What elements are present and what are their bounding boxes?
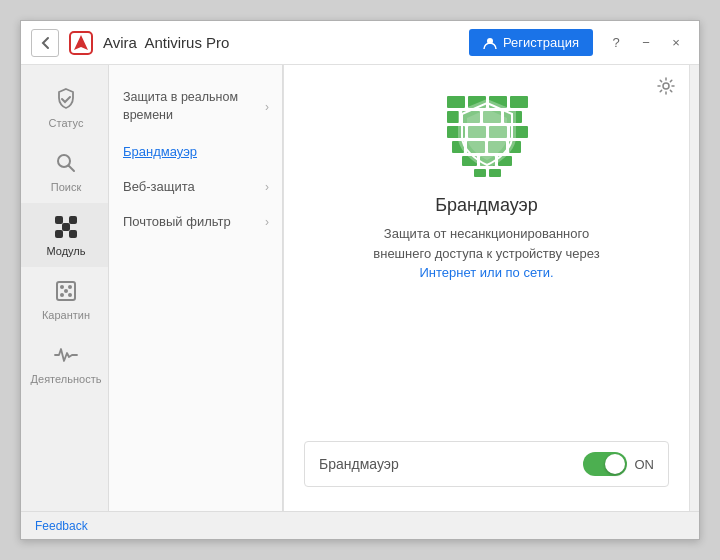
status-icon: [50, 85, 82, 113]
nav-item-mailfilter[interactable]: Почтовый фильтр ›: [109, 204, 283, 239]
main-layout: Статус Поиск: [21, 65, 699, 511]
toggle-track[interactable]: [583, 452, 627, 476]
sidebar-item-activity[interactable]: Деятельность: [21, 331, 108, 395]
svg-line-3: [69, 166, 75, 172]
svg-point-14: [64, 289, 68, 293]
nav-label-mailfilter: Почтовый фильтр: [123, 214, 231, 229]
toggle-on-label: ON: [635, 457, 655, 472]
sidebar: Статус Поиск: [21, 65, 109, 511]
toggle-switch[interactable]: ON: [583, 452, 655, 476]
nav-item-realtime[interactable]: Защита в реальном времени ›: [109, 79, 283, 134]
module-icon: [50, 213, 82, 241]
svg-rect-16: [447, 96, 465, 108]
close-button[interactable]: ×: [663, 30, 689, 56]
content-title: Брандмауэр: [304, 195, 669, 216]
chevron-mailfilter-icon: ›: [265, 215, 269, 229]
activity-icon: [50, 341, 82, 369]
chevron-webprotect-icon: ›: [265, 180, 269, 194]
sidebar-item-module[interactable]: Модуль: [21, 203, 108, 267]
svg-rect-36: [489, 169, 501, 177]
search-icon: [50, 149, 82, 177]
svg-rect-6: [62, 223, 70, 231]
footer: Feedback: [21, 511, 699, 539]
nav-label-webprotect: Веб-защита: [123, 179, 195, 194]
sidebar-label-search: Поиск: [51, 181, 81, 193]
sidebar-label-quarantine: Карантин: [42, 309, 90, 321]
svg-rect-5: [69, 216, 77, 224]
sidebar-item-quarantine[interactable]: Карантин: [21, 267, 108, 331]
minimize-button[interactable]: −: [633, 30, 659, 56]
nav-item-webprotect[interactable]: Веб-защита ›: [109, 169, 283, 204]
quarantine-icon: [50, 277, 82, 305]
sidebar-item-status[interactable]: Статус: [21, 75, 108, 139]
nav-item-firewall[interactable]: Брандмауэр: [109, 134, 283, 169]
sidebar-label-status: Статус: [49, 117, 84, 129]
svg-rect-19: [510, 96, 528, 108]
svg-point-11: [68, 285, 72, 289]
nav-label-realtime: Защита в реальном времени: [123, 89, 265, 124]
settings-gear-icon[interactable]: [657, 77, 675, 99]
svg-rect-7: [55, 230, 63, 238]
sidebar-label-module: Модуль: [47, 245, 86, 257]
content-desc-link: Интернет или по сети.: [419, 265, 553, 280]
svg-point-15: [663, 83, 669, 89]
scrollbar: [689, 65, 699, 511]
help-button[interactable]: ?: [603, 30, 629, 56]
register-button[interactable]: Регистрация: [469, 29, 593, 56]
svg-point-10: [60, 285, 64, 289]
secondary-nav: Защита в реальном времени › Брандмауэр В…: [109, 65, 284, 511]
back-button[interactable]: [31, 29, 59, 57]
chevron-realtime-icon: ›: [265, 100, 269, 114]
avira-logo: [67, 29, 95, 57]
content-area: Брандмауэр Защита от несанкционированног…: [284, 65, 689, 511]
toggle-label: Брандмауэр: [319, 456, 583, 472]
firewall-icon-area: [304, 91, 669, 181]
title-bar: Avira Antivirus Pro Регистрация ? − ×: [21, 21, 699, 65]
sidebar-label-activity: Деятельность: [31, 373, 102, 385]
svg-point-13: [68, 293, 72, 297]
toggle-thumb: [605, 454, 625, 474]
window-controls: ? − ×: [603, 30, 689, 56]
nav-divider: [282, 65, 283, 511]
firewall-toggle-row: Брандмауэр ON: [304, 441, 669, 487]
content-description: Защита от несанкционированного внешнего …: [304, 224, 669, 283]
app-title: Avira Antivirus Pro: [103, 34, 469, 51]
svg-point-12: [60, 293, 64, 297]
svg-rect-20: [447, 111, 459, 123]
svg-rect-35: [474, 169, 486, 177]
nav-label-firewall: Брандмауэр: [123, 144, 197, 159]
sidebar-item-search[interactable]: Поиск: [21, 139, 108, 203]
feedback-link[interactable]: Feedback: [35, 519, 88, 533]
svg-rect-8: [69, 230, 77, 238]
svg-rect-4: [55, 216, 63, 224]
